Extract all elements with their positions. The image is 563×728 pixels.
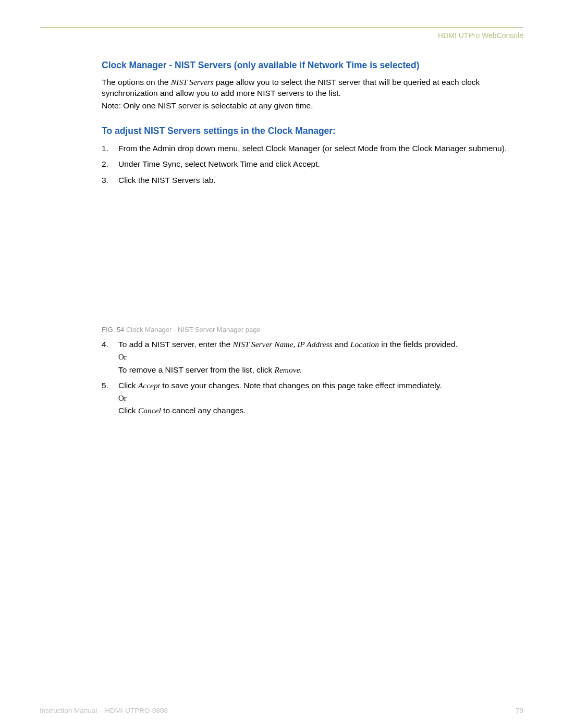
step-number: 5.: [102, 380, 111, 417]
body-content: Clock Manager - NIST Servers (only avail…: [102, 59, 523, 421]
steps-list-2: 4. To add a NIST server, enter the NIST …: [102, 339, 523, 416]
steps-list-1: 1. From the Admin drop down menu, select…: [102, 143, 523, 186]
figure-title: Clock Manager - NIST Server Manager page: [124, 326, 260, 334]
or-text: Or: [118, 393, 442, 404]
list-item: 4. To add a NIST server, enter the NIST …: [102, 339, 523, 376]
text: to cancel any changes.: [161, 406, 246, 415]
text: Click: [118, 381, 138, 390]
italic-text: NIST Servers: [171, 78, 214, 87]
text: Click: [118, 406, 138, 415]
text: to save your changes. Note that changes …: [160, 381, 442, 390]
text: The options on the: [102, 78, 171, 87]
list-item: 3. Click the NIST Servers tab.: [102, 175, 523, 186]
step-number: 1.: [102, 143, 111, 154]
list-item: 5. Click Accept to save your changes. No…: [102, 380, 523, 417]
italic-text: Accept: [138, 381, 160, 390]
step-body: Click Accept to save your changes. Note …: [118, 380, 442, 417]
text: and: [332, 340, 350, 349]
italic-text: Cancel: [138, 406, 161, 415]
text: To remove a NIST server from the list, c…: [118, 365, 274, 374]
header-rule: [40, 27, 523, 28]
text: To add a NIST server, enter the: [118, 340, 232, 349]
page: HDMI UTPro WebConsole Clock Manager - NI…: [0, 0, 563, 728]
page-number: 79: [516, 707, 523, 714]
heading-clock-manager: Clock Manager - NIST Servers (only avail…: [102, 59, 523, 72]
list-item: 2. Under Time Sync, select Network Time …: [102, 158, 523, 170]
step-number: 2.: [102, 158, 111, 170]
step-number: 3.: [102, 175, 111, 186]
note-paragraph: Note: Only one NIST server is selectable…: [102, 101, 523, 112]
step-text: From the Admin drop down menu, select Cl…: [118, 143, 507, 154]
intro-paragraph: The options on the NIST Servers page all…: [102, 77, 523, 99]
step-body: To add a NIST server, enter the NIST Ser…: [118, 339, 458, 376]
step-number: 4.: [102, 339, 111, 376]
heading-adjust-nist: To adjust NIST Servers settings in the C…: [102, 125, 523, 138]
figure-label: FIG. 54: [102, 326, 124, 334]
page-footer: Instruction Manual – HDMI-UTPRO-0808 79: [40, 707, 523, 714]
footer-left: Instruction Manual – HDMI-UTPRO-0808: [40, 707, 168, 714]
figure-caption: FIG. 54 Clock Manager - NIST Server Mana…: [102, 326, 523, 334]
step-text: Under Time Sync, select Network Time and…: [118, 158, 320, 170]
header-title: HDMI UTPro WebConsole: [438, 31, 523, 40]
step-text: Click the NIST Servers tab.: [118, 175, 216, 186]
list-item: 1. From the Admin drop down menu, select…: [102, 143, 523, 154]
italic-text: Remove.: [274, 365, 302, 374]
text: in the fields provided.: [379, 340, 458, 349]
italic-text: NIST Server Name, IP Address: [232, 340, 332, 349]
italic-text: Location: [350, 340, 379, 349]
or-text: Or: [118, 352, 458, 363]
